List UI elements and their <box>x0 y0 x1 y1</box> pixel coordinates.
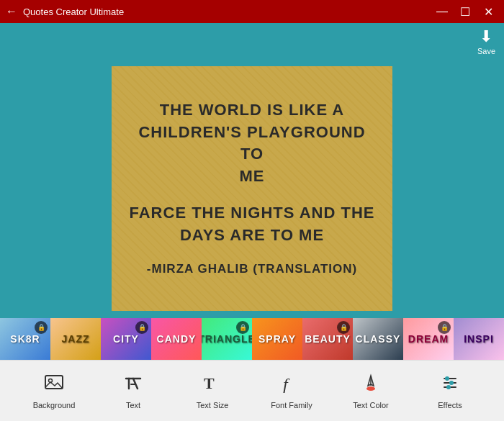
theme-label-candy: CANDY <box>151 318 202 360</box>
svg-text:T: T <box>204 374 215 392</box>
theme-label-jazz: JAZZ <box>50 318 101 360</box>
bottom-toolbar: BackgroundTextTText SizefFont FamilyText… <box>0 360 504 421</box>
svg-point-15 <box>446 385 451 389</box>
theme-item-dream[interactable]: DREAM🔒 <box>403 318 454 360</box>
quote-text-block: THE WORLD IS LIKE A CHILDREN'S PLAYGROUN… <box>112 85 392 293</box>
theme-strip: SK8R🔒JAZZCity🔒CANDYTRIANGLE🔒SPRAYBEAUTY🔒… <box>0 318 504 360</box>
quote-canvas[interactable]: THE WORLD IS LIKE A CHILDREN'S PLAYGROUN… <box>112 66 392 311</box>
lock-badge-dream: 🔒 <box>438 321 451 334</box>
theme-item-candy[interactable]: CANDY <box>151 318 202 360</box>
canvas-area: THE WORLD IS LIKE A CHILDREN'S PLAYGROUN… <box>0 59 504 318</box>
theme-label-inspi: INSPI <box>454 318 504 360</box>
svg-point-14 <box>449 381 454 385</box>
text-size-label: Text Size <box>197 401 229 409</box>
text-color-icon <box>361 373 381 398</box>
theme-label-classy: CLASSY <box>353 318 403 360</box>
lock-badge-beauty: 🔒 <box>337 321 350 334</box>
tool-font-family[interactable]: fFont Family <box>270 373 313 409</box>
lock-badge-triangle: 🔒 <box>236 321 249 334</box>
title-bar: ← Quotes Creator Ultimate — ☐ ✕ <box>0 0 504 23</box>
quote-line1: THE WORLD IS LIKE A CHILDREN'S PLAYGROUN… <box>126 99 378 188</box>
close-button[interactable]: ✕ <box>478 1 498 22</box>
theme-item-spray[interactable]: SPRAY <box>252 318 302 360</box>
background-icon <box>44 373 64 398</box>
theme-item-skater[interactable]: SK8R🔒 <box>0 318 50 360</box>
text-icon <box>123 373 143 398</box>
theme-item-triangle[interactable]: TRIANGLE🔒 <box>202 318 252 360</box>
save-label: Save <box>477 47 495 55</box>
text-size-icon: T <box>202 373 222 398</box>
tool-text[interactable]: Text <box>112 373 155 409</box>
background-label: Background <box>33 401 76 409</box>
lock-badge-city: 🔒 <box>135 321 148 334</box>
svg-text:f: f <box>283 375 290 393</box>
lock-badge-skater: 🔒 <box>35 321 48 334</box>
text-color-label: Text Color <box>353 401 389 409</box>
tool-text-color[interactable]: Text Color <box>349 373 392 409</box>
effects-icon <box>440 373 460 398</box>
theme-item-classy[interactable]: CLASSY <box>353 318 403 360</box>
effects-label: Effects <box>438 401 462 409</box>
back-button[interactable]: ← <box>6 5 17 18</box>
text-label: Text <box>126 401 140 409</box>
tool-effects[interactable]: Effects <box>428 373 472 409</box>
quote-author: -MIRZA GHALIB (TRANSLATION) <box>126 261 378 278</box>
theme-label-spray: SPRAY <box>252 318 302 360</box>
app-title: Quotes Creator Ultimate <box>23 6 124 17</box>
tool-background[interactable]: Background <box>32 373 76 409</box>
maximize-button[interactable]: ☐ <box>455 1 475 22</box>
font-family-label: Font Family <box>271 401 312 409</box>
top-toolbar: ⬇ Save <box>0 23 504 59</box>
save-icon: ⬇ <box>480 27 492 46</box>
quote-line2: FARCE THE NIGHTS AND THE DAYS ARE TO ME <box>126 202 378 247</box>
window-controls: — ☐ ✕ <box>432 1 498 22</box>
theme-item-beauty[interactable]: BEAUTY🔒 <box>302 318 353 360</box>
save-button[interactable]: ⬇ Save <box>477 27 495 55</box>
svg-rect-0 <box>45 376 63 389</box>
tool-text-size[interactable]: TText Size <box>191 373 234 409</box>
theme-item-jazz[interactable]: JAZZ <box>50 318 101 360</box>
font-family-icon: f <box>282 373 302 398</box>
svg-point-9 <box>366 386 375 391</box>
theme-item-inspi[interactable]: INSPI <box>454 318 504 360</box>
svg-point-13 <box>445 376 449 381</box>
theme-item-city[interactable]: City🔒 <box>101 318 151 360</box>
minimize-button[interactable]: — <box>432 1 452 22</box>
